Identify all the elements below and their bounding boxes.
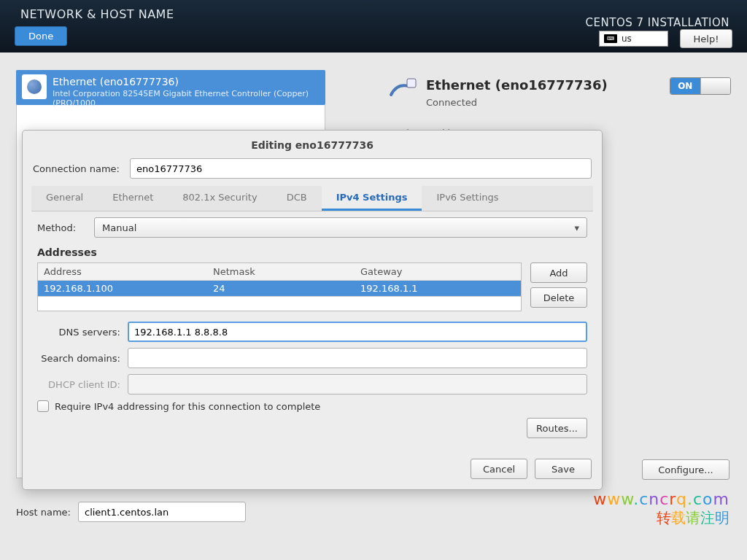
svg-rect-0: [407, 79, 416, 88]
table-row-empty[interactable]: [38, 296, 521, 311]
keyboard-icon: ⌨: [604, 34, 617, 43]
connection-title: Ethernet (eno16777736): [426, 77, 608, 93]
dhcp-client-id-label: DHCP client ID:: [37, 379, 128, 390]
search-domains-input[interactable]: [128, 348, 587, 368]
tab-dcb[interactable]: DCB: [272, 186, 322, 211]
keyboard-indicator[interactable]: ⌨ us: [599, 31, 668, 47]
settings-tabs: General Ethernet 802.1x Security DCB IPv…: [31, 186, 593, 211]
table-row[interactable]: 192.168.1.100 24 192.168.1.1: [38, 281, 521, 296]
cell-netmask: 24: [207, 281, 355, 296]
cancel-button[interactable]: Cancel: [471, 459, 527, 479]
tab-8021x[interactable]: 802.1x Security: [168, 186, 271, 211]
require-ipv4-checkbox[interactable]: [37, 400, 49, 412]
cell-gateway: 192.168.1.1: [355, 281, 521, 296]
connection-name-label: Connection name:: [33, 163, 120, 174]
edit-connection-dialog: Editing eno16777736 Connection name: Gen…: [22, 130, 603, 490]
addresses-heading: Addresses: [37, 246, 587, 258]
addresses-table[interactable]: Address Netmask Gateway 192.168.1.100 24…: [37, 262, 522, 311]
method-select[interactable]: Manual: [94, 217, 587, 238]
install-title: CENTOS 7 INSTALLATION: [586, 16, 729, 29]
routes-button[interactable]: Routes...: [527, 418, 587, 438]
ethernet-plug-icon: [22, 74, 47, 99]
tab-ethernet[interactable]: Ethernet: [98, 186, 168, 211]
connection-toggle[interactable]: ON: [670, 77, 731, 95]
help-button[interactable]: Help!: [680, 29, 732, 48]
method-value: Manual: [102, 222, 136, 233]
hostname-input[interactable]: [78, 502, 246, 522]
configure-button[interactable]: Configure...: [642, 459, 729, 480]
interface-description: Intel Corporation 82545EM Gigabit Ethern…: [53, 89, 318, 108]
method-label: Method:: [37, 222, 94, 233]
watermark: www.cncrq.com 转载请注明: [593, 490, 729, 528]
dns-servers-input[interactable]: [128, 322, 587, 342]
interface-name: Ethernet (eno16777736): [53, 76, 318, 88]
page-title: NETWORK & HOST NAME: [20, 7, 174, 21]
column-gateway: Gateway: [355, 263, 521, 280]
hostname-label: Host name:: [16, 507, 71, 518]
add-address-button[interactable]: Add: [530, 262, 587, 283]
ethernet-plug-large-icon: [387, 77, 417, 108]
require-ipv4-label: Require IPv4 addressing for this connect…: [55, 401, 320, 412]
interface-item[interactable]: Ethernet (eno16777736) Intel Corporation…: [16, 70, 325, 105]
toggle-knob: [700, 78, 731, 94]
tab-ipv6-settings[interactable]: IPv6 Settings: [422, 186, 513, 211]
tab-ipv4-settings[interactable]: IPv4 Settings: [322, 186, 422, 211]
dialog-title: Editing eno16777736: [33, 139, 592, 151]
interface-list: Ethernet (eno16777736) Intel Corporation…: [16, 70, 325, 105]
tab-general[interactable]: General: [31, 186, 98, 211]
done-button[interactable]: Done: [15, 26, 67, 46]
toggle-on-label: ON: [670, 78, 700, 94]
save-button[interactable]: Save: [535, 459, 592, 479]
connection-state: Connected: [426, 97, 608, 108]
connection-name-input[interactable]: [130, 158, 592, 179]
column-netmask: Netmask: [207, 263, 355, 280]
keyboard-layout-label: us: [622, 34, 632, 44]
column-address: Address: [38, 263, 207, 280]
dns-servers-label: DNS servers:: [37, 327, 128, 338]
hostname-row: Host name:: [16, 502, 246, 522]
delete-address-button[interactable]: Delete: [530, 287, 587, 308]
top-bar: NETWORK & HOST NAME Done CENTOS 7 INSTAL…: [0, 0, 747, 52]
search-domains-label: Search domains:: [37, 353, 128, 364]
dhcp-client-id-input: [128, 374, 587, 394]
cell-address: 192.168.1.100: [38, 281, 207, 296]
